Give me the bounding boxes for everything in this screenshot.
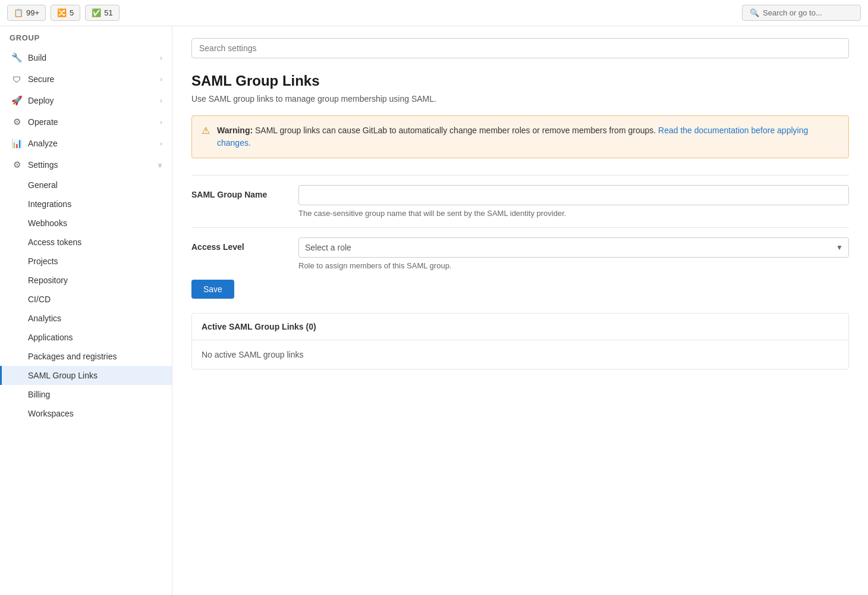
- analyze-icon: 📊: [11, 138, 22, 149]
- sidebar-sub-item-webhooks[interactable]: Webhooks: [0, 214, 172, 233]
- warning-body: SAML group links can cause GitLab to aut…: [253, 126, 658, 135]
- access-level-select[interactable]: Select a role Guest Reporter Developer M…: [298, 237, 849, 258]
- sidebar-sub-label-billing: Billing: [28, 390, 50, 399]
- saml-group-name-field: The case-sensitive group name that will …: [298, 185, 849, 218]
- sidebar-group-label: Group: [0, 26, 172, 47]
- sidebar: Group 🔧 Build › 🛡 Secure › 🚀 Deploy › ⚙ …: [0, 26, 172, 595]
- sidebar-item-build[interactable]: 🔧 Build ›: [0, 47, 172, 68]
- issues-button[interactable]: 📋 99+: [7, 5, 46, 21]
- access-level-label: Access Level: [191, 237, 287, 252]
- sidebar-sub-item-applications[interactable]: Applications: [0, 328, 172, 347]
- settings-search-input[interactable]: [191, 38, 849, 58]
- sidebar-item-deploy[interactable]: 🚀 Deploy ›: [0, 90, 172, 111]
- saml-group-name-row: SAML Group Name The case-sensitive group…: [191, 175, 849, 227]
- mr-icon: 🔀: [57, 8, 67, 17]
- warning-box: ⚠ Warning: SAML group links can cause Gi…: [191, 115, 849, 158]
- sidebar-sub-label-workspaces: Workspaces: [28, 409, 74, 418]
- search-placeholder-text: Search or go to...: [763, 8, 822, 17]
- chevron-down-icon: ∨: [158, 161, 162, 169]
- sidebar-item-secure-label: Secure: [28, 74, 54, 84]
- sidebar-item-settings-label: Settings: [28, 160, 58, 170]
- chevron-right-icon: ›: [160, 97, 162, 104]
- top-bar: 📋 99+ 🔀 5 ✅ 51 🔍 Search or go to...: [0, 0, 868, 26]
- sidebar-item-analyze-label: Analyze: [28, 139, 58, 148]
- mr-count: 5: [70, 8, 74, 17]
- chevron-right-icon: ›: [160, 76, 162, 83]
- active-saml-links-section: Active SAML Group Links (0) No active SA…: [191, 313, 849, 369]
- todo-count: 51: [104, 8, 112, 17]
- chevron-right-icon: ›: [160, 54, 162, 61]
- build-icon: 🔧: [11, 52, 22, 63]
- sidebar-sub-label-analytics: Analytics: [28, 314, 61, 323]
- saml-group-name-label: SAML Group Name: [191, 185, 287, 199]
- sidebar-item-build-label: Build: [28, 53, 46, 62]
- chevron-right-icon: ›: [160, 140, 162, 147]
- page-title: SAML Group Links: [191, 73, 849, 89]
- sidebar-sub-label-projects: Projects: [28, 256, 58, 266]
- issues-count: 99+: [26, 8, 39, 17]
- sidebar-item-operate-label: Operate: [28, 117, 58, 127]
- main-layout: Group 🔧 Build › 🛡 Secure › 🚀 Deploy › ⚙ …: [0, 26, 868, 595]
- operate-icon: ⚙: [11, 117, 22, 127]
- sidebar-sub-item-ci-cd[interactable]: CI/CD: [0, 290, 172, 309]
- sidebar-sub-label-repository: Repository: [28, 275, 68, 285]
- main-content: SAML Group Links Use SAML group links to…: [172, 26, 868, 595]
- sidebar-sub-item-workspaces[interactable]: Workspaces: [0, 404, 172, 423]
- active-links-header: Active SAML Group Links (0): [192, 314, 848, 340]
- sidebar-item-settings[interactable]: ⚙ Settings ∨: [0, 154, 172, 176]
- warning-icon: ⚠: [202, 125, 210, 136]
- access-level-row: Access Level Select a role Guest Reporte…: [191, 227, 849, 280]
- todos-button[interactable]: ✅ 51: [85, 5, 119, 21]
- sidebar-sub-label-applications: Applications: [28, 333, 73, 342]
- saml-form: SAML Group Name The case-sensitive group…: [191, 175, 849, 299]
- sidebar-sub-item-access-tokens[interactable]: Access tokens: [0, 233, 172, 252]
- global-search-bar[interactable]: 🔍 Search or go to...: [742, 5, 861, 21]
- access-level-hint: Role to assign members of this SAML grou…: [298, 261, 849, 270]
- chevron-right-icon: ›: [160, 118, 162, 126]
- sidebar-item-deploy-label: Deploy: [28, 96, 54, 105]
- sidebar-sub-label-webhooks: Webhooks: [28, 218, 67, 228]
- sidebar-item-analyze[interactable]: 📊 Analyze ›: [0, 133, 172, 154]
- sidebar-sub-item-integrations[interactable]: Integrations: [0, 195, 172, 214]
- sidebar-sub-item-projects[interactable]: Projects: [0, 252, 172, 271]
- merge-requests-button[interactable]: 🔀 5: [51, 5, 80, 21]
- active-links-empty-message: No active SAML group links: [192, 340, 848, 369]
- sidebar-sub-label-ci-cd: CI/CD: [28, 295, 51, 304]
- access-level-field: Select a role Guest Reporter Developer M…: [298, 237, 849, 270]
- sidebar-sub-item-billing[interactable]: Billing: [0, 385, 172, 404]
- access-level-select-wrapper: Select a role Guest Reporter Developer M…: [298, 237, 849, 258]
- search-icon: 🔍: [750, 8, 759, 17]
- todo-icon: ✅: [92, 8, 101, 17]
- issues-icon: 📋: [14, 8, 23, 17]
- sidebar-sub-item-analytics[interactable]: Analytics: [0, 309, 172, 328]
- sidebar-sub-label-integrations: Integrations: [28, 199, 71, 209]
- warning-bold: Warning:: [217, 126, 253, 135]
- settings-icon: ⚙: [11, 159, 22, 170]
- sidebar-sub-label-access-tokens: Access tokens: [28, 237, 81, 247]
- warning-text: Warning: SAML group links can cause GitL…: [217, 124, 839, 149]
- sidebar-sub-item-saml-group-links[interactable]: SAML Group Links: [0, 366, 172, 385]
- secure-icon: 🛡: [11, 74, 22, 84]
- sidebar-sub-label-saml-group-links: SAML Group Links: [28, 371, 98, 380]
- save-button[interactable]: Save: [191, 280, 234, 299]
- page-description: Use SAML group links to manage group mem…: [191, 94, 849, 104]
- deploy-icon: 🚀: [11, 95, 22, 106]
- sidebar-sub-label-general: General: [28, 180, 58, 190]
- saml-group-name-input[interactable]: [298, 185, 849, 205]
- sidebar-sub-item-packages-registries[interactable]: Packages and registries: [0, 347, 172, 366]
- saml-group-name-hint: The case-sensitive group name that will …: [298, 209, 849, 218]
- sidebar-sub-item-repository[interactable]: Repository: [0, 271, 172, 290]
- sidebar-item-operate[interactable]: ⚙ Operate ›: [0, 111, 172, 133]
- sidebar-sub-label-packages-registries: Packages and registries: [28, 352, 117, 361]
- sidebar-sub-item-general[interactable]: General: [0, 176, 172, 195]
- sidebar-item-secure[interactable]: 🛡 Secure ›: [0, 68, 172, 90]
